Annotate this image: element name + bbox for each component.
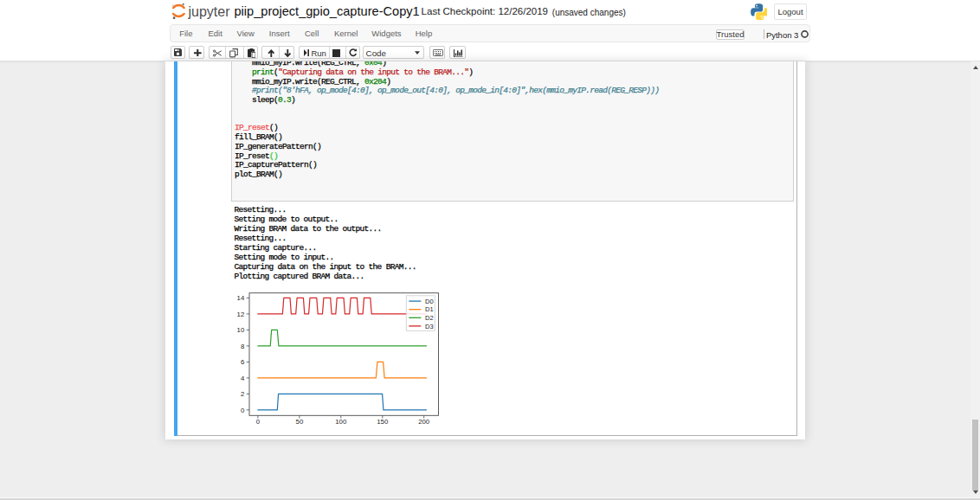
svg-text:D2: D2: [425, 314, 434, 322]
svg-text:100: 100: [335, 418, 347, 426]
svg-text:0: 0: [241, 407, 245, 414]
svg-text:6: 6: [241, 358, 244, 366]
svg-text:D0: D0: [425, 298, 434, 305]
svg-text:4: 4: [241, 375, 245, 382]
svg-text:0: 0: [256, 418, 261, 426]
svg-text:8: 8: [241, 343, 244, 350]
svg-text:14: 14: [237, 294, 245, 302]
svg-text:D3: D3: [425, 323, 434, 330]
svg-text:50: 50: [296, 418, 304, 426]
svg-text:2: 2: [241, 390, 244, 398]
svg-text:10: 10: [237, 326, 245, 334]
svg-text:200: 200: [418, 418, 430, 426]
svg-text:D1: D1: [425, 305, 434, 313]
svg-text:150: 150: [377, 418, 389, 426]
svg-text:12: 12: [237, 311, 245, 318]
